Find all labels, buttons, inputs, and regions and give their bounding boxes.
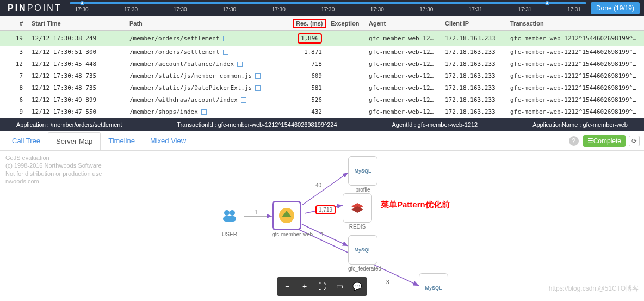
col-agent[interactable]: Agent (364, 16, 441, 31)
table-row[interactable]: 712/12 17:30:48 735/member/static/js/mem… (0, 70, 644, 82)
fullscreen-icon[interactable]: ⛶ (314, 279, 330, 293)
screenshot-icon[interactable]: ▭ (331, 279, 348, 293)
edge-main-member: 3 (386, 279, 389, 285)
node-user[interactable]: USER (215, 201, 244, 237)
detail-tabs: Call Tree Server Map Timeline Mixed View… (0, 131, 644, 151)
svg-point-5 (224, 210, 230, 216)
node-redis[interactable]: REDIS (343, 193, 372, 230)
popout-icon[interactable]: ⟳ (629, 136, 640, 146)
page-icon[interactable] (201, 109, 207, 115)
table-row[interactable]: 912/12 17:30:47 550/member/shops/index43… (0, 106, 644, 118)
col-path[interactable]: Path (125, 16, 288, 31)
info-application: Application : /member/orders/settlement (16, 121, 122, 128)
page-icon[interactable] (223, 36, 228, 41)
help-icon[interactable]: ? (569, 136, 579, 146)
gojs-watermark: GoJS evaluation (c) 1998-2016 Northwoods… (5, 154, 102, 185)
svg-rect-7 (223, 216, 236, 222)
table-row[interactable]: 612/12 17:30:49 899/member/withdraw/acco… (0, 94, 644, 106)
page-watermark: https://blog.csdn.@51CTO博客 (549, 284, 639, 293)
col-num[interactable]: # (0, 16, 27, 31)
zoom-in-icon[interactable]: + (296, 279, 313, 293)
edge-main-redis: 1,719 (315, 205, 336, 214)
tab-timeline[interactable]: Timeline (101, 132, 143, 149)
node-mysql-profile[interactable]: MySQL profile (348, 156, 377, 193)
app-header: PINPOINT 17:3017:3017:3017:3017:3017:301… (0, 0, 644, 16)
node-gfc-member-web[interactable]: gfc-member-web (272, 201, 313, 237)
logo: PINPOINT (0, 3, 70, 13)
table-row[interactable]: 812/12 17:30:48 735/member/static/js/Dat… (0, 82, 644, 94)
edge-user-main: 1 (255, 210, 258, 216)
node-mysql-federated[interactable]: MySQL gfc_federated (348, 235, 381, 272)
page-icon[interactable] (237, 62, 243, 67)
col-client-ip[interactable]: Client IP (441, 16, 506, 31)
page-icon[interactable] (255, 73, 261, 79)
node-mysql-member[interactable]: MySQL gfc_member (419, 273, 449, 297)
tab-call-tree[interactable]: Call Tree (4, 132, 48, 149)
svg-line-1 (302, 173, 348, 205)
timeline[interactable]: 17:3017:3017:3017:3017:3017:3017:3017:30… (70, 0, 586, 16)
svg-point-6 (230, 210, 235, 216)
table-row[interactable]: 1212/12 17:30:45 448/member/account/bala… (0, 58, 644, 70)
info-agent-id: AgentId : gfc-member-web-1212 (392, 121, 478, 128)
map-toolbar: − + ⛶ ▭ 💬 (277, 277, 367, 296)
page-icon[interactable] (255, 85, 261, 91)
table-row[interactable]: 1912/12 17:30:38 249/member/orders/settl… (0, 31, 644, 46)
table-row[interactable]: 312/12 17:30:51 300/member/orders/settle… (0, 46, 644, 58)
detail-infobar: Application : /member/orders/settlement … (0, 118, 644, 131)
tab-mixed-view[interactable]: Mixed View (143, 132, 194, 149)
transactions-table-body[interactable]: 1912/12 17:30:38 249/member/orders/settl… (0, 31, 644, 118)
complete-button[interactable]: Complete (583, 135, 626, 147)
annotation-text: 菜单Pattern优化前 (381, 200, 451, 210)
done-button[interactable]: Done (19/19) (591, 2, 640, 14)
info-transaction-id: TransactionId : gfc-member-web-1212^1544… (177, 121, 337, 128)
edge-main-federated: 1 (321, 231, 324, 237)
tab-server-map[interactable]: Server Map (48, 132, 101, 150)
col-start-time[interactable]: Start Time (27, 16, 125, 31)
page-icon[interactable] (223, 50, 228, 55)
server-map[interactable]: GoJS evaluation (c) 1998-2016 Northwoods… (0, 151, 644, 297)
page-icon[interactable] (241, 97, 246, 103)
info-application-name: ApplicationName : gfc-member-web (532, 121, 628, 128)
comment-icon[interactable]: 💬 (349, 279, 365, 293)
col-exception[interactable]: Exception (326, 16, 364, 31)
zoom-out-icon[interactable]: − (279, 279, 295, 293)
transactions-table-header: # Start Time Path Res. (ms) Exception Ag… (0, 16, 644, 31)
edge-main-profile: 40 (315, 182, 321, 188)
col-response-ms[interactable]: Res. (ms) (288, 16, 326, 31)
col-transaction[interactable]: Transaction (506, 16, 644, 31)
